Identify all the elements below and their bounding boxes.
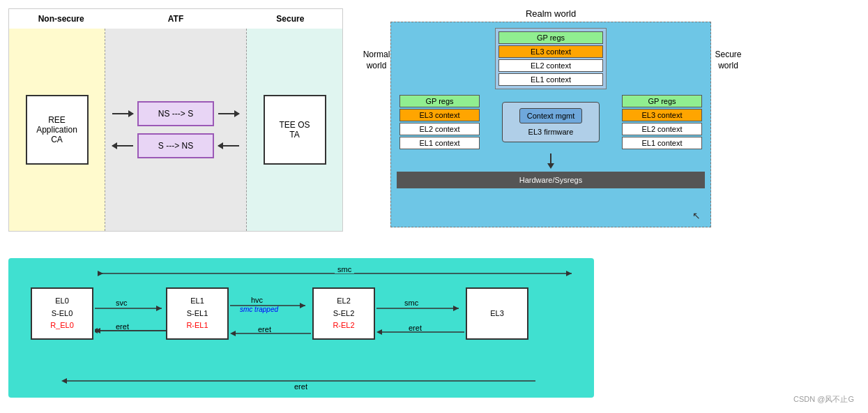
- bottom-inner: smc EL0 S-EL0 R_EL0 EL1 S-EL1 R-EL1 EL2 …: [20, 266, 583, 389]
- r-el2-label: R-EL2: [333, 320, 354, 332]
- svg-marker-19: [376, 329, 382, 335]
- secure-world-label: Secure world: [709, 50, 747, 71]
- right-el1-context: EL1 context: [622, 137, 702, 149]
- realm-world-title: Realm world: [356, 8, 746, 19]
- tr-inner-box: GP regs EL3 context EL2 context EL1 cont…: [390, 22, 711, 227]
- down-arrow-container: [397, 153, 705, 170]
- eret3-arrow-container: eret: [376, 325, 464, 341]
- eret3-label: eret: [409, 324, 422, 332]
- svg-marker-15: [230, 331, 236, 336]
- smc-top-container: smc: [98, 266, 572, 280]
- smc-arrow: [376, 301, 464, 315]
- realm-gp-regs: GP regs: [498, 31, 603, 44]
- tee-label: TEE OSTA: [279, 120, 310, 140]
- middle-row: GP regs EL3 context EL2 context EL1 cont…: [397, 95, 705, 149]
- ns-to-s-box: NS ---> S: [137, 101, 214, 126]
- left-el2-context: EL2 context: [399, 123, 480, 135]
- r-el1-label: R-EL1: [186, 320, 208, 332]
- eret-bottom-container: eret: [61, 373, 535, 391]
- center-group: Context mgmt EL3 firmware: [502, 102, 600, 142]
- svc-arrow: [95, 301, 167, 315]
- down-arrow-icon: [544, 153, 558, 170]
- el2-box: EL2 S-EL2 R-EL2: [312, 287, 375, 340]
- s-el2-label: S-EL2: [333, 308, 355, 320]
- hardware-bar: Hardware/Sysregs: [397, 172, 705, 188]
- tl-body: REEApplicationCA NS ---> S: [9, 29, 342, 231]
- right-el3-context: EL3 context: [622, 109, 702, 121]
- top-left-diagram: Non-secure ATF Secure REEApplicationCA N…: [8, 8, 343, 232]
- svg-marker-4: [566, 271, 572, 276]
- el0-box: EL0 S-EL0 R_EL0: [31, 287, 93, 340]
- svg-marker-6: [156, 306, 162, 311]
- left-ctx-group: GP regs EL3 context EL2 context EL1 cont…: [399, 95, 480, 149]
- right-gp-regs: GP regs: [622, 95, 702, 107]
- left-el3-context: EL3 context: [399, 109, 480, 121]
- tl-header: Non-secure ATF Secure: [9, 9, 342, 29]
- s-el0-label: S-EL0: [52, 308, 73, 320]
- realm-el1-context: EL1 context: [498, 73, 603, 86]
- s-el1-label: S-EL1: [187, 308, 208, 320]
- watermark: CSDN @风不止G: [793, 394, 854, 405]
- left-gp-regs: GP regs: [399, 95, 480, 107]
- smc-trapped-label: smc trapped: [240, 306, 278, 313]
- cursor-icon: ↖: [692, 210, 701, 221]
- ree-box: REEApplicationCA: [26, 95, 89, 165]
- el1-box: EL1 S-EL1 R-EL1: [166, 287, 229, 340]
- svg-marker-11: [95, 328, 100, 333]
- smc-label: smc: [404, 299, 418, 307]
- r-el0-label: R_EL0: [50, 320, 74, 332]
- ree-label: REEApplicationCA: [36, 115, 77, 144]
- realm-el2-context: EL2 context: [498, 59, 603, 72]
- el3-firmware-label: EL3 firmware: [528, 128, 574, 136]
- el3-box: EL3: [466, 287, 528, 340]
- header-secure: Secure: [238, 9, 342, 29]
- realm-el3-context: EL3 context: [498, 45, 603, 58]
- svc-arrow-container: svc: [95, 301, 165, 317]
- left-el1-context: EL1 context: [399, 137, 480, 149]
- realm-stack: GP regs EL3 context EL2 context EL1 cont…: [495, 28, 607, 89]
- s-to-ns-label: S ---> NS: [158, 141, 193, 151]
- header-nonsecure: Non-secure: [9, 9, 113, 29]
- right-ctx-group: GP regs EL3 context EL2 context EL1 cont…: [622, 95, 702, 149]
- eret1-label: eret: [116, 322, 129, 331]
- tee-box: TEE OSTA: [264, 95, 326, 165]
- hvc-label: hvc: [251, 296, 263, 304]
- secure-col: TEE OSTA: [247, 29, 342, 231]
- hvc-arrow-container: hvc smc trapped: [230, 299, 311, 315]
- ns-to-s-label: NS ---> S: [158, 109, 193, 119]
- bottom-diagram: smc EL0 S-EL0 R_EL0 EL1 S-EL1 R-EL1 EL2 …: [8, 258, 594, 398]
- atf-col: NS ---> S S ---> NS: [105, 29, 247, 231]
- eret1-arrow-container: eret: [95, 324, 167, 340]
- context-mgmt-box: Context mgmt: [519, 108, 582, 123]
- svg-marker-13: [300, 303, 305, 308]
- smc-arrow-container: smc: [376, 301, 464, 317]
- eret1-arrow-svg: [95, 324, 167, 338]
- svg-marker-17: [453, 306, 459, 311]
- smc-top-label: smc: [335, 265, 354, 273]
- el0-label: EL0: [55, 295, 69, 308]
- eret2-arrow-container: eret: [230, 326, 311, 343]
- nonsecure-col: REEApplicationCA: [9, 29, 105, 231]
- eret-bottom-label: eret: [291, 382, 310, 391]
- header-atf: ATF: [113, 9, 238, 29]
- svg-marker-21: [61, 378, 67, 384]
- eret2-label: eret: [258, 325, 271, 333]
- el2-label: EL2: [337, 295, 351, 308]
- svc-label: svc: [116, 299, 128, 307]
- svg-marker-3: [98, 271, 103, 276]
- el3-label: EL3: [490, 308, 504, 320]
- svg-marker-1: [547, 163, 554, 169]
- top-right-diagram: Realm world Normal world Secure world GP…: [356, 8, 746, 246]
- right-el2-context: EL2 context: [622, 123, 702, 135]
- el1-label: EL1: [190, 295, 204, 308]
- s-to-ns-box: S ---> NS: [137, 133, 214, 158]
